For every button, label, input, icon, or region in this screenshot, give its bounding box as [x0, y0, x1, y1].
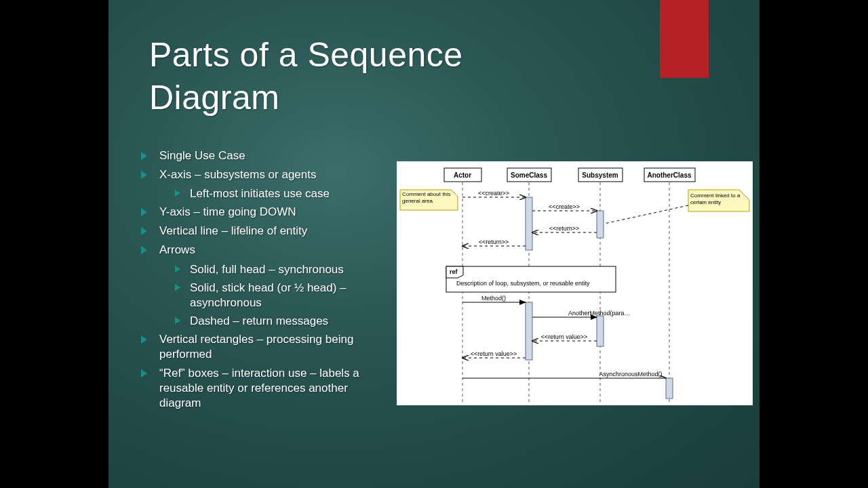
- svg-rect-10: [666, 378, 673, 399]
- svg-line-4: [604, 205, 688, 224]
- triangle-bullet-icon: [141, 152, 147, 160]
- slide: Parts of a Sequence Diagram Single Use C…: [108, 0, 760, 488]
- label-async: AsynchronousMethod(): [599, 371, 662, 378]
- participant-subsystem: Subsystem: [582, 171, 618, 179]
- comment-link: [599, 205, 688, 226]
- svg-rect-9: [597, 316, 604, 346]
- label-create-1: <<create>>: [478, 190, 509, 197]
- svg-rect-6: [526, 197, 532, 250]
- triangle-bullet-icon: [141, 369, 147, 378]
- bullet-4: Vertical line – lifeline of entity: [141, 224, 385, 239]
- bullet-5b: Solid, stick head (or ½ head) – asynchro…: [141, 281, 385, 310]
- ref-label: ref: [450, 268, 458, 275]
- label-return-2: <<return>>: [479, 239, 509, 245]
- bullet-1: Single Use Case: [141, 148, 385, 163]
- svg-rect-7: [597, 211, 604, 238]
- ref-body: Description of loop, subsystem, or reusa…: [456, 280, 590, 287]
- accent-ribbon: [660, 0, 709, 78]
- triangle-bullet-icon: [141, 336, 147, 344]
- svg-rect-8: [526, 302, 532, 360]
- slide-title: Parts of a Sequence Diagram: [149, 34, 463, 119]
- triangle-bullet-icon: [175, 284, 180, 291]
- triangle-bullet-icon: [141, 171, 147, 179]
- title-line-2: Diagram: [149, 79, 279, 117]
- label-create-2: <<create>>: [549, 203, 580, 210]
- bullet-6: Vertical rectangles – processing being p…: [141, 332, 385, 362]
- label-anothermethod: AnotherMethod(para…: [568, 310, 631, 317]
- participant-anotherclass: AnotherClass: [647, 171, 691, 179]
- label-method: Method(): [481, 295, 506, 302]
- bullet-3: Y-axis – time going DOWN: [141, 205, 385, 220]
- label-return-1: <<return>>: [549, 225, 580, 232]
- triangle-bullet-icon: [141, 227, 147, 235]
- participant-someclass: SomeClass: [511, 171, 547, 179]
- bullet-5: Arrows: [141, 243, 385, 258]
- label-retval-1: <<return value>>: [541, 333, 588, 340]
- sequence-diagram: Actor SomeClass Subsystem AnotherClass C…: [397, 161, 753, 405]
- bullet-2: X-axis – subsystems or agents: [141, 167, 385, 182]
- activation-bars: [526, 197, 673, 399]
- triangle-bullet-icon: [175, 190, 180, 197]
- bullet-2a: Left-most initiates use case: [141, 186, 385, 201]
- comment-left-text: Comment about this general area: [402, 191, 455, 204]
- label-retval-2: <<return value>>: [471, 350, 517, 357]
- bullet-7: “Ref” boxes – interaction use – labels a…: [141, 366, 385, 411]
- bullet-5a: Solid, full head – synchronous: [141, 262, 385, 277]
- ref-box: [446, 266, 616, 292]
- title-line-1: Parts of a Sequence: [149, 36, 463, 74]
- triangle-bullet-icon: [141, 208, 147, 216]
- comment-right-text: Comment linked to a certain entity: [690, 192, 746, 205]
- triangle-bullet-icon: [141, 246, 147, 254]
- participant-actor: Actor: [454, 171, 471, 179]
- bullet-list: Single Use Case X-axis – subsystems or a…: [141, 146, 385, 415]
- triangle-bullet-icon: [175, 266, 180, 272]
- triangle-bullet-icon: [175, 317, 180, 324]
- bullet-5c: Dashed – return messages: [141, 314, 385, 329]
